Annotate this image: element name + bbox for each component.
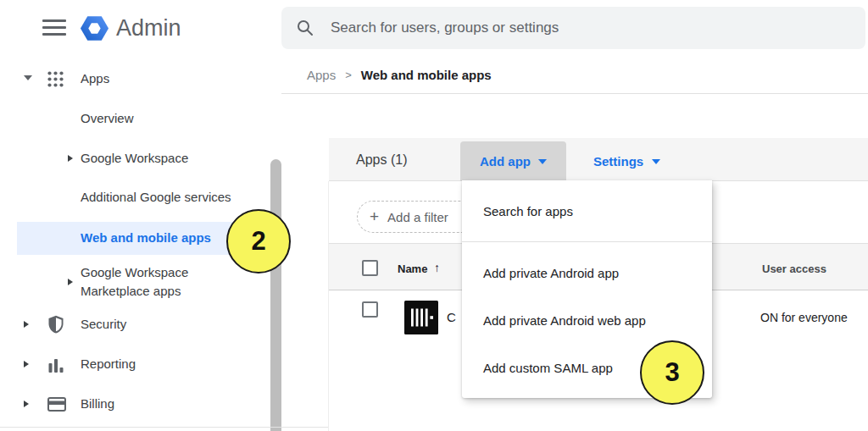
menu-item-add-custom-saml-app[interactable]: Add custom SAML app <box>483 361 613 375</box>
sidebar-item-security[interactable]: Security <box>81 317 126 331</box>
row-checkbox[interactable] <box>362 301 378 318</box>
app-logo-icon <box>404 301 438 334</box>
sidebar-item-apps[interactable]: Apps <box>81 71 109 86</box>
chevron-right-icon[interactable] <box>24 401 29 407</box>
settings-button-label: Settings <box>593 154 643 169</box>
admin-console-window: Admin Apps > Web and mobile apps Apps Ov… <box>0 0 868 431</box>
app-name-link[interactable]: C <box>447 310 461 324</box>
sidebar-bottom-divider <box>0 427 329 428</box>
chevron-down-icon <box>652 159 660 164</box>
google-admin-logo-icon[interactable] <box>80 14 109 43</box>
apps-count-label: Apps (1) <box>356 152 407 168</box>
sidebar-item-web-and-mobile-apps[interactable]: Web and mobile apps <box>81 230 211 245</box>
column-header-name[interactable]: Name <box>398 262 427 275</box>
breadcrumb-apps-link[interactable]: Apps <box>307 68 336 82</box>
apps-collapse-caret-icon[interactable] <box>24 75 32 80</box>
sidebar-item-reporting[interactable]: Reporting <box>81 356 136 371</box>
chevron-right-icon[interactable] <box>68 155 73 162</box>
apps-grid-icon <box>47 70 64 88</box>
menu-item-search-for-apps[interactable]: Search for apps <box>483 204 573 218</box>
breadcrumb-current-page: Web and mobile apps <box>361 68 492 82</box>
content-left-edge <box>328 181 329 431</box>
sidebar-item-google-workspace[interactable]: Google Workspace <box>81 151 188 165</box>
chevron-down-icon <box>538 159 547 164</box>
bar-chart-icon <box>47 356 64 373</box>
step-2-callout-badge: 2 <box>226 209 291 274</box>
breadcrumb-separator: > <box>345 69 352 81</box>
column-header-user-access[interactable]: User access <box>762 262 826 275</box>
menu-item-add-private-android-app[interactable]: Add private Android app <box>483 266 619 280</box>
add-filter-label: Add a filter <box>387 210 448 224</box>
sidebar-item-marketplace-apps[interactable]: Google Workspace Marketplace apps <box>81 263 208 301</box>
chevron-right-icon[interactable] <box>68 279 73 285</box>
breadcrumb: Apps > Web and mobile apps <box>307 68 492 82</box>
search-input[interactable] <box>331 19 805 36</box>
menu-divider <box>462 241 712 242</box>
user-access-value: ON for everyone <box>760 311 848 324</box>
brand-title: Admin <box>116 15 181 41</box>
settings-button[interactable]: Settings <box>593 154 660 169</box>
select-all-checkbox[interactable] <box>362 260 378 276</box>
header-divider <box>281 93 868 94</box>
search-icon <box>297 19 314 36</box>
sidebar-item-billing[interactable]: Billing <box>81 396 114 411</box>
step-3-callout-badge: 3 <box>640 340 704 405</box>
sidebar-item-additional-google-services[interactable]: Additional Google services <box>81 190 231 204</box>
chevron-right-icon[interactable] <box>24 321 29 328</box>
credit-card-icon <box>47 397 66 412</box>
add-app-button[interactable]: Add app <box>460 141 566 181</box>
add-app-button-label: Add app <box>480 154 531 169</box>
shield-icon <box>47 315 64 334</box>
chevron-right-icon[interactable] <box>24 361 29 367</box>
sidebar-scrollbar[interactable] <box>270 159 281 431</box>
global-search-bar[interactable] <box>281 7 865 49</box>
plus-icon: + <box>370 207 379 226</box>
hamburger-menu-icon[interactable] <box>42 19 66 36</box>
sidebar-item-overview[interactable]: Overview <box>81 111 134 125</box>
menu-item-add-private-android-web-app[interactable]: Add private Android web app <box>483 313 646 328</box>
sort-ascending-icon: ↑ <box>434 261 440 274</box>
